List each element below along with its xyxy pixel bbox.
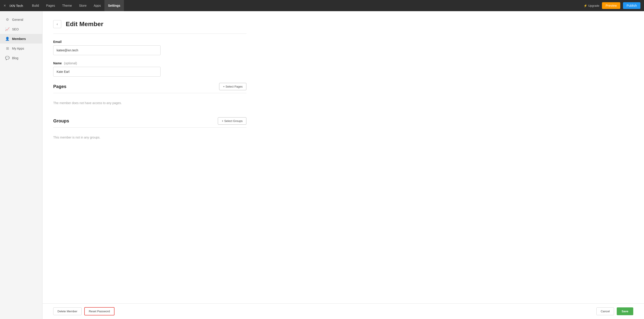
nav-apps[interactable]: Apps: [90, 0, 104, 11]
preview-button[interactable]: Preview: [602, 2, 620, 9]
name-field-group: Name (optional): [53, 61, 246, 77]
bottom-bar-right: Cancel Save: [596, 307, 633, 315]
sidebar-item-general[interactable]: ⚙ General: [0, 15, 42, 24]
pages-section-title: Pages: [53, 84, 66, 89]
top-nav: × IXN Tech Build Pages Theme Store Apps …: [0, 0, 644, 11]
pages-empty-message: The member does not have access to any p…: [53, 97, 246, 110]
sidebar-item-label: Members: [12, 37, 26, 41]
groups-section: Groups + Select Groups This member is no…: [53, 117, 246, 145]
nav-build[interactable]: Build: [28, 0, 42, 11]
sidebar-item-myapps[interactable]: ⊞ My Apps: [0, 43, 42, 53]
sidebar-item-members[interactable]: 👤 Members: [0, 34, 42, 43]
layout: ⚙ General 📈 SEO 👤 Members ⊞ My Apps 💬 Bl…: [0, 11, 644, 319]
pages-section-header: Pages + Select Pages: [53, 83, 246, 90]
pages-section: Pages + Select Pages The member does not…: [53, 83, 246, 110]
groups-section-header: Groups + Select Groups: [53, 117, 246, 125]
page-header: ‹ Edit Member: [53, 20, 246, 28]
publish-button[interactable]: Publish: [623, 2, 640, 9]
apps-icon: ⊞: [5, 46, 10, 50]
pages-divider: [53, 93, 246, 93]
gear-icon: ⚙: [5, 17, 10, 22]
chat-icon: 💬: [5, 56, 10, 60]
nav-items: Build Pages Theme Store Apps Settings: [28, 0, 584, 11]
back-button[interactable]: ‹: [53, 20, 61, 28]
sidebar: ⚙ General 📈 SEO 👤 Members ⊞ My Apps 💬 Bl…: [0, 11, 42, 319]
delete-member-button[interactable]: Delete Member: [53, 307, 82, 315]
nav-store[interactable]: Store: [76, 0, 90, 11]
content-inner: ‹ Edit Member Email Name (optional): [42, 11, 257, 170]
header-divider: [53, 33, 246, 34]
cancel-button[interactable]: Cancel: [596, 307, 614, 315]
sidebar-item-blog[interactable]: 💬 Blog: [0, 53, 42, 63]
nav-settings[interactable]: Settings: [104, 0, 124, 11]
chart-icon: 📈: [5, 27, 10, 31]
close-button[interactable]: ×: [4, 3, 6, 8]
email-input[interactable]: [53, 45, 160, 55]
sidebar-item-label: General: [12, 18, 23, 21]
sidebar-item-label: SEO: [12, 27, 19, 31]
sidebar-item-label: Blog: [12, 56, 18, 60]
nav-pages[interactable]: Pages: [42, 0, 58, 11]
nav-actions: ⚡ Upgrade Preview Publish: [584, 2, 640, 9]
bolt-icon: ⚡: [584, 4, 587, 7]
name-input[interactable]: [53, 67, 160, 77]
select-pages-button[interactable]: + Select Pages: [219, 83, 246, 90]
sidebar-item-seo[interactable]: 📈 SEO: [0, 24, 42, 34]
select-groups-button[interactable]: + Select Groups: [218, 117, 246, 125]
person-icon: 👤: [5, 37, 10, 41]
main-content: ‹ Edit Member Email Name (optional): [42, 11, 644, 319]
page-title: Edit Member: [66, 20, 103, 28]
email-field-group: Email: [53, 40, 246, 55]
bottom-bar: Delete Member Reset Password Cancel Save: [42, 303, 644, 319]
name-label: Name (optional): [53, 61, 246, 65]
groups-section-title: Groups: [53, 118, 69, 124]
name-optional: (optional): [64, 61, 77, 65]
email-label: Email: [53, 40, 246, 43]
upgrade-button[interactable]: ⚡ Upgrade: [584, 4, 599, 7]
reset-password-button[interactable]: Reset Password: [84, 307, 114, 316]
groups-empty-message: This member is not in any groups.: [53, 131, 246, 145]
nav-theme[interactable]: Theme: [58, 0, 76, 11]
sidebar-item-label: My Apps: [12, 47, 24, 50]
save-button[interactable]: Save: [617, 307, 633, 315]
groups-divider: [53, 127, 246, 128]
brand-name: IXN Tech: [10, 4, 23, 7]
